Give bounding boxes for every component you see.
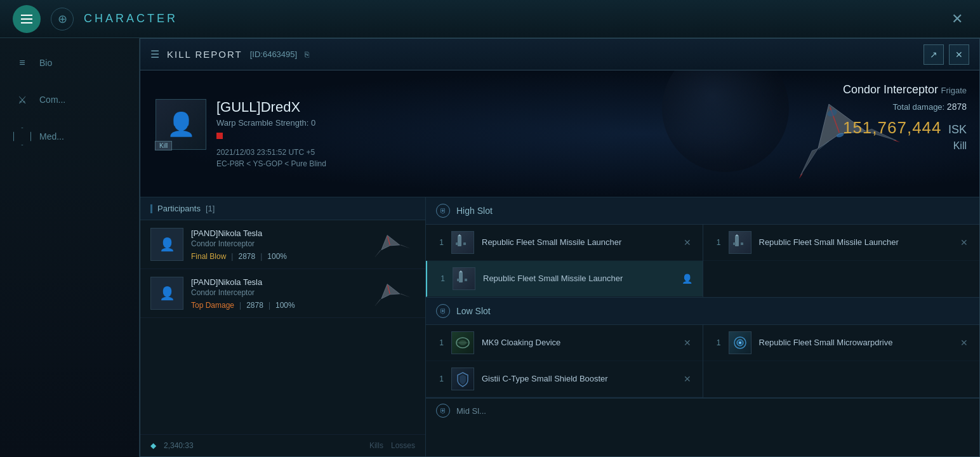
- kr-menu-icon[interactable]: ☰: [150, 48, 159, 60]
- sidebar-item-medals[interactable]: Med...: [0, 118, 139, 155]
- kr-actions: ↗ ✕: [924, 44, 969, 65]
- svg-rect-29: [741, 242, 743, 245]
- sidebar-item-combat[interactable]: ⚔ Com...: [0, 81, 139, 118]
- high-slot-header: ⛨ High Slot: [426, 197, 979, 225]
- avatar-figure-icon: 👤: [167, 111, 195, 138]
- isk-row: 151,767,444 ISK: [814, 118, 967, 138]
- cloak-device-icon: [451, 331, 474, 354]
- kr-id: [ID:6463495]: [250, 50, 297, 59]
- close-icon-high-1[interactable]: ✕: [682, 237, 692, 248]
- red-indicator: [216, 133, 223, 139]
- low-slot-label: Low Slot: [456, 306, 491, 316]
- participants-label: Participants: [157, 204, 201, 213]
- menu-button[interactable]: [13, 5, 41, 33]
- sidebar-item-bio[interactable]: ≡ Bio: [0, 44, 139, 81]
- item-qty-low-r1: 1: [713, 338, 721, 347]
- app-title: CHARACTER: [84, 12, 178, 25]
- mwd-icon-el: [729, 331, 752, 354]
- close-icon-high-r1[interactable]: ✕: [959, 237, 969, 248]
- close-report-button[interactable]: ✕: [949, 44, 969, 65]
- participant-row-1[interactable]: 👤 [PAND]Nikola Tesla Condor Interceptor …: [140, 220, 425, 269]
- item-qty-low-2: 1: [436, 374, 444, 383]
- bottom-icon: ◆: [150, 441, 156, 450]
- export-button[interactable]: ↗: [924, 44, 944, 65]
- participant-stats-2: Top Damage | 2878 | 100%: [191, 301, 357, 310]
- high-slot-right: 1 Republic Fleet Small Missi: [703, 225, 980, 297]
- participant-stats-1: Final Blow | 2878 | 100%: [191, 252, 357, 261]
- kills-label: Kills: [369, 441, 383, 450]
- participant-name-2: [PAND]Nikola Tesla: [191, 277, 357, 287]
- killer-avatar: 👤 Kill: [156, 99, 206, 150]
- high-slot-label: High Slot: [456, 206, 493, 216]
- svg-marker-27: [735, 234, 739, 236]
- low-slot-left: 1 MK9 Cloaking Device ✕: [426, 325, 703, 397]
- main-content: ☰ KILL REPORT [ID:6463495] ⎘ ↗ ✕ 👤 Kill: [140, 38, 980, 457]
- stat-label-finalblow: Final Blow: [191, 252, 226, 261]
- item-row-high-2[interactable]: 1 Republic Fleet Small Missi: [426, 261, 703, 297]
- item-name-low-1: MK9 Cloaking Device: [482, 337, 675, 348]
- missile-launcher-icon-2: [453, 267, 475, 290]
- svg-marker-23: [459, 270, 463, 272]
- sidebar-label-medals: Med...: [39, 131, 64, 142]
- participant-row-2[interactable]: 👤 [PAND]Nikola Tesla Condor Interceptor …: [140, 269, 425, 318]
- svg-rect-21: [463, 242, 466, 245]
- app-close-button[interactable]: ✕: [947, 9, 967, 29]
- item-row-low-1[interactable]: 1 MK9 Cloaking Device ✕: [426, 325, 703, 361]
- svg-marker-11: [372, 250, 383, 257]
- sidebar-label-bio: Bio: [39, 58, 52, 68]
- high-slot-items: 1 Republic Fleet Small Missi: [426, 225, 979, 297]
- isk-value: 151,767,444: [843, 118, 942, 137]
- item-row-high-1[interactable]: 1 Republic Fleet Small Missi: [426, 225, 703, 261]
- close-icon-low-r1[interactable]: ✕: [959, 338, 969, 348]
- participant-avatar-1: 👤: [150, 228, 183, 261]
- bottom-time-stat: 2,340:33: [164, 441, 194, 450]
- losses-label: Losses: [391, 441, 415, 450]
- svg-marker-15: [372, 299, 383, 306]
- stat-label-topdmg: Top Damage: [191, 301, 234, 310]
- ship-class-type: Frigate: [941, 86, 967, 95]
- item-name-high-r1: Republic Fleet Small Missile Launcher: [759, 237, 952, 248]
- missile-launcher-icon-1: [451, 231, 474, 254]
- low-slot-right: 1 Republic Fleet Small Microwarpdrive: [703, 325, 980, 397]
- svg-rect-20: [456, 242, 458, 245]
- low-slot-items: 1 MK9 Cloaking Device ✕: [426, 325, 979, 397]
- item-name-low-r1: Republic Fleet Small Microwarpdrive: [759, 337, 952, 348]
- sidebar-label-combat: Com...: [39, 95, 65, 105]
- kill-report-panel: ☰ KILL REPORT [ID:6463495] ⎘ ↗ ✕ 👤 Kill: [140, 38, 980, 457]
- more-slots-row: ⛨ Mid Sl...: [426, 398, 979, 423]
- participant-ship-img-2: [364, 277, 415, 309]
- more-slot-label: Mid Sl...: [456, 406, 486, 416]
- item-qty-high-2: 1: [437, 274, 445, 283]
- kill-result-label: Kill: [814, 140, 967, 152]
- item-row-high-right-1[interactable]: 1 Republic Fleet Small Missi: [703, 225, 980, 261]
- bio-icon: ≡: [13, 53, 32, 72]
- stat-damage-1: 2878: [238, 252, 255, 261]
- item-row-low-2[interactable]: 1 Gistii C-Type Small Shield Booster ✕: [426, 361, 703, 397]
- low-slot-icon: ⛨: [436, 304, 450, 318]
- item-row-low-right-1[interactable]: 1 Republic Fleet Small Microwarpdrive: [703, 325, 980, 361]
- svg-rect-24: [457, 279, 460, 281]
- stat-damage-2: 2878: [246, 301, 263, 310]
- item-qty-high-r1: 1: [713, 238, 721, 247]
- bottom-stats: ◆ 2,340:33 Kills Losses: [140, 434, 425, 456]
- hamburger-icon: [21, 15, 32, 23]
- participant-avatar-2: 👤: [150, 277, 183, 310]
- top-bar: ⊕ CHARACTER ✕: [0, 0, 980, 38]
- high-slot-left: 1 Republic Fleet Small Missi: [426, 225, 703, 297]
- participants-header: Participants [1]: [140, 197, 425, 220]
- item-name-high-2: Republic Fleet Small Missile Launcher: [483, 273, 674, 284]
- damage-row: Total damage: 2878: [814, 102, 967, 112]
- copy-icon[interactable]: ⎘: [305, 50, 309, 59]
- low-slot-header: ⛨ Low Slot: [426, 298, 979, 325]
- item-qty-high-1: 1: [436, 238, 444, 247]
- participants-count: [1]: [206, 204, 215, 213]
- close-icon-low-2[interactable]: ✕: [682, 374, 692, 384]
- medals-icon: [13, 127, 32, 146]
- isk-label: ISK: [948, 123, 967, 136]
- close-icon-low-1[interactable]: ✕: [682, 338, 692, 348]
- total-damage-value: 2878: [947, 102, 967, 112]
- stat-percent-1: 100%: [267, 252, 287, 261]
- header-line: [150, 204, 152, 213]
- svg-rect-25: [465, 279, 467, 281]
- kill-stats: Condor Interceptor Frigate Total damage:…: [802, 70, 979, 164]
